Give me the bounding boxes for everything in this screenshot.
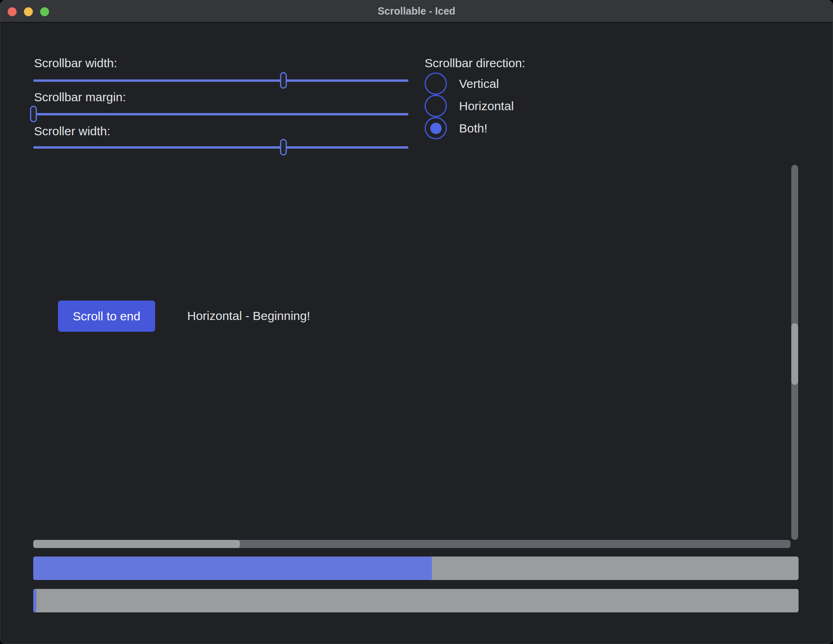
scrollbar-margin-label: Scrollbar margin: [34,90,126,104]
vertical-scrollbar-thumb[interactable] [791,323,798,385]
radio-both[interactable]: Both! [425,117,487,139]
scrollbar-margin-slider[interactable] [33,113,408,115]
scrollbar-direction-label: Scrollbar direction: [425,56,525,70]
horizontal-scrollbar-track[interactable] [33,540,790,548]
radio-selected-dot [430,123,442,134]
zoom-button[interactable] [40,7,49,16]
horizontal-progress-bar [33,589,799,612]
scroller-width-slider-handle[interactable] [280,139,287,156]
scrollbar-width-label: Scrollbar width: [34,56,117,70]
window-title: Scrollable - Iced [378,5,455,17]
close-button[interactable] [8,7,17,16]
scrollbar-width-slider[interactable] [33,79,408,82]
minimize-button[interactable] [24,7,33,16]
radio-vertical[interactable]: Vertical [425,73,499,95]
radio-both-circle [425,117,447,139]
radio-vertical-circle [425,73,447,95]
vertical-progress-bar [33,557,799,580]
vertical-progress-fill [33,557,432,580]
vertical-scrollbar-track[interactable] [791,165,798,540]
radio-horizontal-circle [425,95,447,117]
app-window: Scrollable - Iced Scrollbar width: Scrol… [0,0,833,644]
horizontal-progress-fill [33,589,36,612]
horizontal-scrollbar-thumb[interactable] [33,540,240,548]
titlebar: Scrollable - Iced [0,0,833,23]
radio-vertical-label: Vertical [459,77,499,91]
horizontal-status-text: Horizontal - Beginning! [187,309,310,323]
scrollbar-width-slider-handle[interactable] [280,72,287,89]
scroller-width-slider[interactable] [33,146,408,149]
radio-both-label: Both! [459,122,487,135]
scroller-width-label: Scroller width: [34,124,110,138]
traffic-lights [8,7,49,16]
scrollbar-margin-slider-handle[interactable] [30,106,37,122]
scroll-to-end-button[interactable]: Scroll to end [58,301,155,332]
radio-horizontal-label: Horizontal [459,99,514,113]
radio-horizontal[interactable]: Horizontal [425,95,514,117]
